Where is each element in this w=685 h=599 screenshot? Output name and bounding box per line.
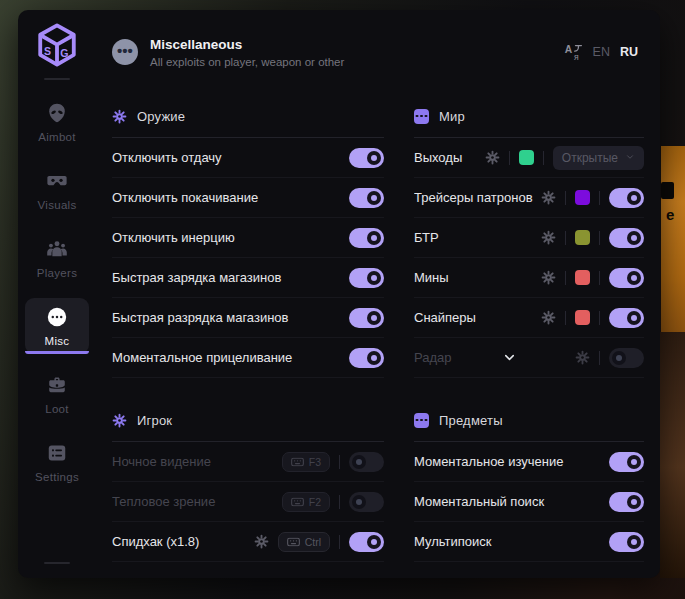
page-subtitle: All exploits on player, weapon or other xyxy=(150,56,344,68)
color-swatch[interactable] xyxy=(575,270,590,285)
row-controls: Открытые xyxy=(485,146,644,170)
settings-gear-icon[interactable] xyxy=(485,150,500,165)
sidebar-item-label: Aimbot xyxy=(38,131,76,143)
setting-row: Моментальный поиск xyxy=(414,482,644,522)
hotkey-label: Ctrl xyxy=(305,536,321,548)
row-label: БТР xyxy=(414,230,533,245)
row-controls xyxy=(349,148,384,168)
color-swatch[interactable] xyxy=(575,310,590,325)
sidebar-divider xyxy=(44,562,70,564)
settings-gear-icon[interactable] xyxy=(575,350,590,365)
separator xyxy=(599,271,600,285)
sidebar-item-settings[interactable]: Settings xyxy=(25,434,89,490)
dots-square-icon xyxy=(414,109,429,124)
toggle-knob xyxy=(352,455,366,469)
toggle-switch[interactable] xyxy=(609,452,644,472)
toggle-switch[interactable] xyxy=(349,268,384,288)
dropdown-select[interactable]: Открытые xyxy=(553,146,644,170)
setting-row: БТР xyxy=(414,218,644,258)
sidebar-divider xyxy=(44,78,70,80)
color-swatch[interactable] xyxy=(575,190,590,205)
row-label: Моментальный поиск xyxy=(414,494,601,509)
sidebar-item-aimbot[interactable]: Aimbot xyxy=(25,94,89,150)
settings-gear-icon[interactable] xyxy=(541,270,556,285)
settings-gear-icon[interactable] xyxy=(541,230,556,245)
toggle-knob xyxy=(627,231,641,245)
sidebar-item-label: Settings xyxy=(35,471,79,483)
desktop: { "header": { "title": "Miscellaneous", … xyxy=(0,0,685,599)
page-title: Miscellaneous xyxy=(150,37,344,52)
toggle-switch[interactable] xyxy=(609,308,644,328)
app-logo-cube: S G xyxy=(34,22,80,68)
row-label: Спидхак (x1.8) xyxy=(112,534,246,549)
setting-row: Быстрая зарядка магазинов xyxy=(112,258,384,298)
toggle-switch[interactable] xyxy=(609,228,644,248)
setting-row: Снайперы xyxy=(414,298,644,338)
column-1: МирВыходыОткрытыеТрейсеры патроновБТРМин… xyxy=(414,92,644,562)
row-controls xyxy=(349,188,384,208)
lang-ru-button[interactable]: RU xyxy=(620,45,638,59)
hotkey-badge[interactable]: F2 xyxy=(282,492,330,512)
toggle-switch[interactable] xyxy=(609,188,644,208)
section-title: Мир xyxy=(439,109,465,124)
sidebar-item-label: Misc xyxy=(45,335,70,347)
alien-icon xyxy=(46,102,68,124)
toggle-switch[interactable] xyxy=(609,532,644,552)
toggle-switch[interactable] xyxy=(349,348,384,368)
sidebar-item-loot[interactable]: Loot xyxy=(25,366,89,422)
row-label: Мультипоиск xyxy=(414,534,601,549)
row-label: Моментальное изучение xyxy=(414,454,601,469)
toggle-switch[interactable] xyxy=(609,348,644,368)
hotkey-label: F3 xyxy=(309,456,321,468)
setting-row: Спидхак (x1.8)Ctrl xyxy=(112,522,384,562)
row-controls xyxy=(349,268,384,288)
translate-icon xyxy=(564,43,583,62)
ellipsis-circle-icon xyxy=(46,306,68,328)
toggle-switch[interactable] xyxy=(349,188,384,208)
separator xyxy=(599,191,600,205)
dropdown-value: Открытые xyxy=(562,151,618,165)
toggle-switch[interactable] xyxy=(349,492,384,512)
game-background-sign xyxy=(661,146,685,332)
toggle-switch[interactable] xyxy=(609,492,644,512)
settings-gear-icon[interactable] xyxy=(541,310,556,325)
toggle-switch[interactable] xyxy=(349,532,384,552)
chevron-down-icon[interactable] xyxy=(452,350,567,365)
row-controls xyxy=(541,268,644,288)
hotkey-badge[interactable]: Ctrl xyxy=(278,532,330,552)
setting-row: Отключить отдачу xyxy=(112,138,384,178)
settings-gear-icon[interactable] xyxy=(254,534,269,549)
toggle-switch[interactable] xyxy=(609,268,644,288)
settings-list-icon xyxy=(46,442,68,464)
setting-row: ВыходыОткрытые xyxy=(414,138,644,178)
row-controls: Ctrl xyxy=(254,532,384,552)
toggle-switch[interactable] xyxy=(349,148,384,168)
hotkey-badge[interactable]: F3 xyxy=(282,452,330,472)
row-label: Снайперы xyxy=(414,310,533,325)
row-label: Мины xyxy=(414,270,533,285)
toggle-knob xyxy=(367,231,381,245)
section-rows: Ночное видениеF3Тепловое зрениеF2Спидхак… xyxy=(112,442,384,562)
color-swatch[interactable] xyxy=(575,230,590,245)
toggle-knob xyxy=(367,311,381,325)
sidebar-item-visuals[interactable]: Visuals xyxy=(25,162,89,218)
color-swatch[interactable] xyxy=(519,150,534,165)
section-rows: Отключить отдачуОтключить покачиваниеОтк… xyxy=(112,138,384,378)
setting-row: Ночное видениеF3 xyxy=(112,442,384,482)
lang-en-button[interactable]: EN xyxy=(593,45,610,59)
section-title: Игрок xyxy=(137,413,172,428)
sidebar-item-players[interactable]: Players xyxy=(25,230,89,286)
row-label: Отключить инерцию xyxy=(112,230,341,245)
briefcase-icon xyxy=(46,374,68,396)
section-header: Игрок xyxy=(112,408,384,432)
section-rows: Моментальное изучениеМоментальный поискМ… xyxy=(414,442,644,562)
toggle-switch[interactable] xyxy=(349,228,384,248)
setting-row: Отключить инерцию xyxy=(112,218,384,258)
sidebar-item-misc[interactable]: Misc xyxy=(25,298,89,354)
toggle-switch[interactable] xyxy=(349,308,384,328)
separator xyxy=(599,231,600,245)
toggle-switch[interactable] xyxy=(349,452,384,472)
row-label: Тепловое зрение xyxy=(112,494,274,509)
main-panel: ••• Miscellaneous All exploits on player… xyxy=(96,10,660,578)
settings-gear-icon[interactable] xyxy=(541,190,556,205)
